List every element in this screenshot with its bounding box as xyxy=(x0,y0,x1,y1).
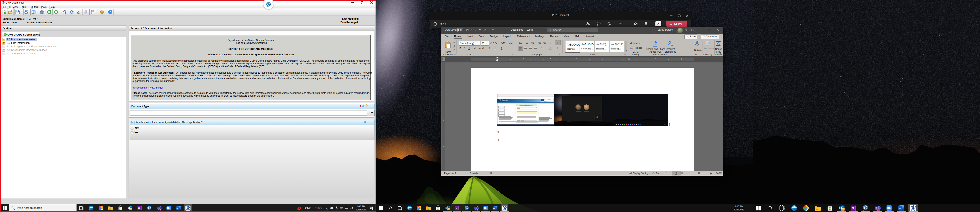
svg-text:A: A xyxy=(549,42,550,43)
svg-text:2: 2 xyxy=(525,42,526,43)
svg-text:T: T xyxy=(875,207,877,209)
svg-text:A: A xyxy=(501,47,502,49)
svg-text:N: N xyxy=(456,207,457,209)
svg-text:3: 3 xyxy=(525,43,526,44)
svg-text:CVM: CVM xyxy=(911,209,915,211)
svg-text:Z: Z xyxy=(549,43,550,44)
svg-text:W: W xyxy=(899,207,901,210)
svg-text:T: T xyxy=(474,207,476,209)
svg-text:W: W xyxy=(493,207,495,209)
svg-text:CVM: CVM xyxy=(503,209,506,210)
svg-text:1: 1 xyxy=(525,42,526,42)
svg-text:N: N xyxy=(852,207,854,210)
